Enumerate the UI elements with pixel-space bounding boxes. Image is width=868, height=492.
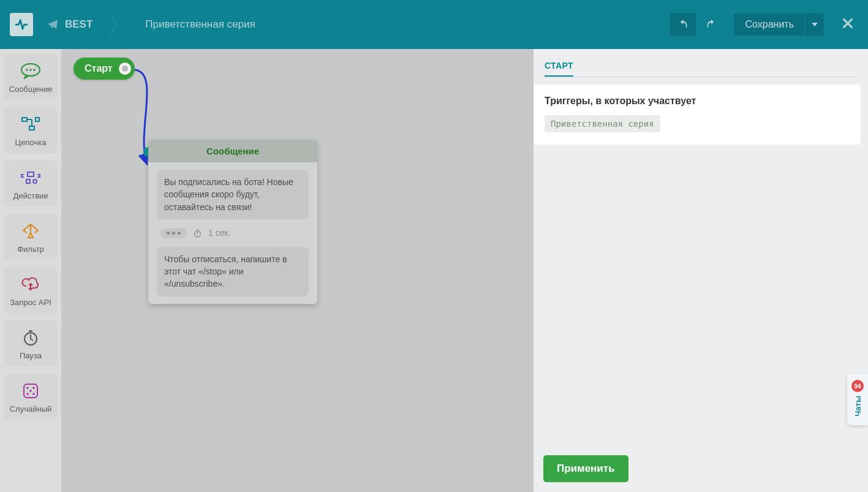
stopwatch-icon	[193, 229, 202, 238]
redo-icon	[705, 18, 717, 31]
undo-button[interactable]	[670, 13, 696, 36]
bot-name[interactable]: BEST	[65, 18, 92, 31]
panel-tab-start[interactable]: СТАРТ	[545, 61, 573, 77]
palette-item-label: Сообщение	[9, 85, 53, 94]
svg-rect-7	[26, 180, 30, 183]
palette-random[interactable]: Случайный	[4, 374, 58, 420]
chats-tab-label: Чаты	[853, 396, 862, 417]
svg-point-13	[32, 387, 35, 389]
svg-point-3	[33, 69, 35, 70]
palette-message[interactable]: Сообщение	[4, 54, 58, 100]
palette-item-label: Случайный	[10, 404, 52, 414]
start-node-label: Старт	[85, 63, 113, 74]
svg-point-12	[26, 387, 29, 389]
start-node-out-port[interactable]	[119, 62, 131, 75]
flowchart-icon	[21, 115, 40, 134]
message-delay-row: 1 сек.	[157, 225, 309, 241]
palette-item-label: Действие	[13, 191, 48, 200]
breadcrumb-divider-icon	[108, 0, 127, 49]
svg-rect-6	[36, 118, 39, 121]
page-title: Приветственная серия	[145, 18, 255, 31]
palette-item-label: Запрос API	[10, 298, 51, 307]
app-logo[interactable]	[10, 13, 33, 36]
svg-point-16	[32, 393, 35, 395]
redo-button[interactable]	[698, 13, 724, 36]
svg-point-15	[26, 393, 29, 395]
cloud-api-icon	[20, 274, 41, 294]
svg-rect-5	[29, 126, 34, 130]
stopwatch-icon	[22, 328, 39, 347]
palette-api[interactable]: Запрос API	[4, 267, 58, 313]
delay-text: 1 сек.	[208, 228, 230, 238]
pulse-icon	[15, 18, 28, 31]
palette-filter[interactable]: Фильтр	[4, 214, 58, 260]
message-node[interactable]: Сообщение Вы подписались на бота! Новые …	[148, 140, 317, 304]
svg-point-2	[29, 69, 31, 70]
start-node[interactable]: Старт	[74, 58, 135, 80]
node-palette: Сообщение Цепочка Действие Фильтр Запрос…	[0, 49, 61, 492]
apply-button[interactable]: Применить	[543, 455, 628, 482]
svg-point-1	[26, 69, 28, 70]
close-button[interactable]	[837, 13, 858, 36]
svg-point-14	[29, 390, 32, 392]
triggers-section: Триггеры, в которых участвует Приветстве…	[534, 85, 861, 145]
dice-icon	[21, 381, 40, 401]
undo-icon	[677, 18, 689, 31]
chats-badge: 94	[851, 380, 864, 392]
node-settings-panel: СТАРТ Триггеры, в которых участвует Прив…	[534, 49, 868, 492]
speech-bubble-icon	[20, 61, 41, 81]
caret-down-icon	[812, 23, 818, 26]
triggers-heading: Триггеры, в которых участвует	[545, 96, 850, 107]
action-icon	[20, 168, 41, 187]
filter-icon	[20, 221, 41, 241]
palette-chain[interactable]: Цепочка	[4, 107, 58, 153]
palette-item-label: Фильтр	[17, 244, 44, 254]
palette-action[interactable]: Действие	[4, 161, 58, 206]
telegram-icon	[47, 18, 59, 31]
chats-side-tab[interactable]: 94 Чаты	[847, 374, 868, 425]
trigger-chip[interactable]: Приветственная серия	[545, 115, 660, 132]
message-bubble-2: Чтобы отписаться, напишите в этот чат «/…	[157, 247, 309, 297]
svg-rect-4	[22, 118, 27, 121]
svg-rect-9	[28, 172, 34, 176]
top-header: BEST Приветственная серия Сохранить	[0, 0, 868, 49]
save-dropdown[interactable]	[806, 13, 824, 36]
typing-dots-icon	[160, 228, 187, 238]
close-icon	[841, 17, 855, 30]
svg-point-8	[33, 180, 37, 183]
message-node-title: Сообщение	[148, 140, 317, 162]
palette-pause[interactable]: Пауза	[4, 320, 58, 366]
palette-item-label: Пауза	[20, 351, 42, 360]
palette-item-label: Цепочка	[15, 138, 47, 147]
message-bubble-1: Вы подписались на бота! Новые сообщения …	[157, 170, 309, 219]
save-button[interactable]: Сохранить	[734, 13, 805, 36]
